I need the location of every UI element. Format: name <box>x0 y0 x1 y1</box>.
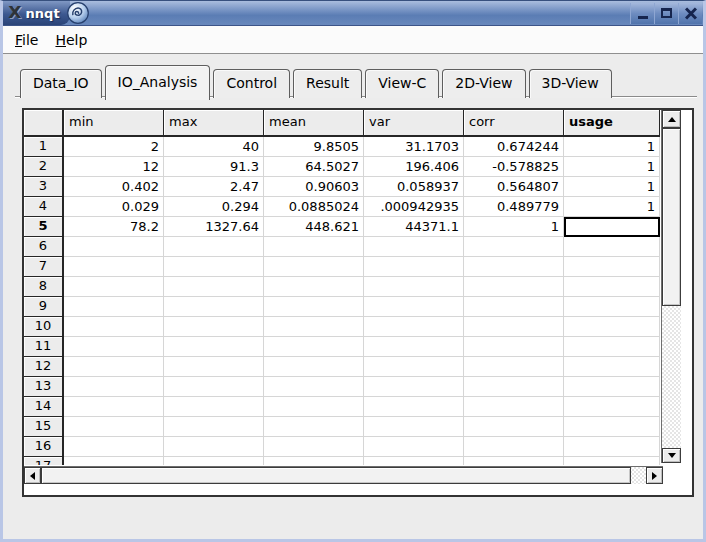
cell[interactable]: 196.406 <box>364 157 464 177</box>
maximize-button[interactable] <box>654 3 678 24</box>
tab-result[interactable]: Result <box>293 69 362 98</box>
cell[interactable]: 12 <box>64 157 164 177</box>
cell[interactable] <box>464 357 564 377</box>
cell[interactable] <box>364 257 464 277</box>
row-header[interactable]: 13 <box>24 377 64 397</box>
column-header-var[interactable]: var <box>364 110 464 137</box>
row-header[interactable]: 11 <box>24 337 64 357</box>
row-header[interactable]: 1 <box>24 137 64 157</box>
cell[interactable]: 78.2 <box>64 217 164 237</box>
cell[interactable] <box>264 377 364 397</box>
tab-3d-view[interactable]: 3D-View <box>529 69 612 98</box>
titlebar[interactable]: X nnqt <box>3 1 703 26</box>
cell[interactable]: .000942935 <box>364 197 464 217</box>
menu-item-help[interactable]: Help <box>50 30 92 50</box>
cell[interactable] <box>64 397 164 417</box>
cell[interactable] <box>264 357 364 377</box>
cell[interactable] <box>364 277 464 297</box>
cell[interactable]: 1 <box>564 137 660 157</box>
cell[interactable] <box>64 237 164 257</box>
cell[interactable] <box>164 437 264 457</box>
table-corner-header[interactable] <box>24 110 64 137</box>
tab-control[interactable]: Control <box>213 69 290 98</box>
cell[interactable] <box>164 457 264 465</box>
cell[interactable]: 1 <box>564 177 660 197</box>
cell[interactable] <box>64 277 164 297</box>
cell[interactable] <box>164 297 264 317</box>
cell[interactable] <box>264 337 364 357</box>
cell[interactable] <box>164 277 264 297</box>
scroll-up-button[interactable] <box>662 110 681 128</box>
minimize-button[interactable] <box>630 3 654 24</box>
cell[interactable] <box>64 357 164 377</box>
cell[interactable] <box>464 277 564 297</box>
cell[interactable]: 0.029 <box>64 197 164 217</box>
scroll-left-button[interactable] <box>24 467 41 484</box>
cell[interactable] <box>464 437 564 457</box>
cell[interactable] <box>464 377 564 397</box>
tab-io-analysis[interactable]: IO_Analysis <box>105 65 211 100</box>
cell[interactable]: 40 <box>164 137 264 157</box>
close-button[interactable] <box>678 3 702 24</box>
row-header[interactable]: 6 <box>24 237 64 257</box>
cell[interactable] <box>464 337 564 357</box>
cell[interactable] <box>264 397 364 417</box>
cell[interactable]: -0.578825 <box>464 157 564 177</box>
row-header[interactable]: 2 <box>24 157 64 177</box>
cell[interactable]: 31.1703 <box>364 137 464 157</box>
cell[interactable] <box>164 357 264 377</box>
selected-cell[interactable] <box>564 217 660 237</box>
cell[interactable] <box>264 277 364 297</box>
cell[interactable] <box>364 237 464 257</box>
row-header[interactable]: 16 <box>24 437 64 457</box>
menu-item-file[interactable]: File <box>10 30 43 50</box>
titlebar-drag-area[interactable] <box>90 1 630 25</box>
row-header[interactable]: 15 <box>24 417 64 437</box>
row-header[interactable]: 8 <box>24 277 64 297</box>
cell[interactable] <box>364 297 464 317</box>
cell[interactable] <box>64 257 164 277</box>
row-header[interactable]: 12 <box>24 357 64 377</box>
cell[interactable] <box>164 377 264 397</box>
tab-view-c[interactable]: View-C <box>365 69 439 98</box>
cell[interactable] <box>264 457 364 465</box>
cell[interactable]: 0.294 <box>164 197 264 217</box>
cell[interactable] <box>564 437 660 457</box>
scroll-right-button[interactable] <box>646 467 663 484</box>
column-header-corr[interactable]: corr <box>464 110 564 137</box>
row-header[interactable]: 10 <box>24 317 64 337</box>
cell[interactable] <box>564 257 660 277</box>
cell[interactable]: 2.47 <box>164 177 264 197</box>
row-header[interactable]: 14 <box>24 397 64 417</box>
cell[interactable]: 0.402 <box>64 177 164 197</box>
cell[interactable] <box>464 317 564 337</box>
cell[interactable] <box>164 237 264 257</box>
vertical-scrollbar-thumb[interactable] <box>662 128 681 306</box>
cell[interactable]: 448.621 <box>264 217 364 237</box>
cell[interactable] <box>364 377 464 397</box>
cell[interactable] <box>364 437 464 457</box>
vertical-scrollbar[interactable] <box>661 110 681 463</box>
cell[interactable] <box>64 337 164 357</box>
cell[interactable] <box>264 417 364 437</box>
cell[interactable] <box>364 337 464 357</box>
cell[interactable]: 0.90603 <box>264 177 364 197</box>
cell[interactable] <box>64 437 164 457</box>
cell[interactable]: 0.564807 <box>464 177 564 197</box>
cell[interactable] <box>564 357 660 377</box>
cell[interactable]: 1327.64 <box>164 217 264 237</box>
horizontal-scrollbar-thumb[interactable] <box>41 467 631 484</box>
row-header[interactable]: 4 <box>24 197 64 217</box>
cell[interactable] <box>464 417 564 437</box>
cell[interactable] <box>364 317 464 337</box>
cell[interactable] <box>64 377 164 397</box>
column-header-usage[interactable]: usage <box>564 110 660 137</box>
tab-data-io[interactable]: Data_IO <box>20 69 102 98</box>
cell[interactable] <box>264 297 364 317</box>
cell[interactable] <box>464 457 564 465</box>
cell[interactable] <box>564 297 660 317</box>
row-header[interactable]: 17 <box>24 457 64 465</box>
cell[interactable] <box>564 337 660 357</box>
cell[interactable] <box>564 237 660 257</box>
column-header-mean[interactable]: mean <box>264 110 364 137</box>
